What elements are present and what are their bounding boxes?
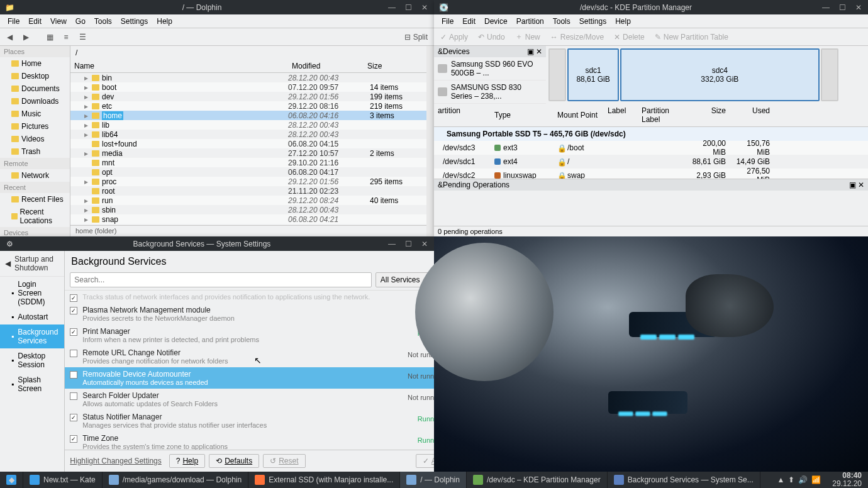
- view-icons-button[interactable]: ▦: [43, 30, 57, 44]
- partition-block-unalloc[interactable]: [821, 48, 838, 101]
- clock[interactable]: 08:40 29.12.20: [826, 472, 868, 488]
- menu-device[interactable]: Device: [481, 16, 511, 27]
- service-list[interactable]: ✓Tracks status of network interfaces and…: [65, 290, 434, 450]
- menu-edit[interactable]: Edit: [459, 16, 479, 27]
- system-tray[interactable]: ▲ ⬆ 🔊 📶: [772, 475, 826, 484]
- file-row[interactable]: ▸snap06.08.20 04:21: [70, 214, 426, 224]
- view-detail-button[interactable]: ☰: [75, 30, 89, 44]
- sidebar-item[interactable]: Pictures: [0, 120, 70, 133]
- taskbar-item[interactable]: External SSD (with Manjaro installe...: [248, 472, 400, 488]
- partition-block[interactable]: sdc4332,03 GiB: [620, 48, 819, 101]
- col-mountpoint[interactable]: Mount Point: [554, 104, 604, 126]
- checkbox[interactable]: [70, 350, 77, 357]
- minimize-icon[interactable]: —: [386, 238, 398, 250]
- service-item[interactable]: ✓Time ZoneProvides the system's time zon…: [65, 431, 434, 450]
- service-item[interactable]: Search Folder UpdaterAllows automatic up…: [65, 389, 434, 410]
- sidebar-item[interactable]: ▪Splash Screen: [0, 372, 64, 396]
- checkbox[interactable]: ✓: [70, 294, 77, 302]
- file-row[interactable]: ▸bin28.12.20 00:43: [70, 73, 426, 82]
- dolphin-titlebar[interactable]: 📁 / — Dolphin — ☐ ✕: [0, 0, 434, 14]
- maximize-icon[interactable]: ☐: [403, 238, 414, 250]
- menu-view[interactable]: View: [47, 16, 70, 27]
- kpm-titlebar[interactable]: 💽 /dev/sdc - KDE Partition Manager — ☐ ✕: [434, 0, 868, 14]
- resize-button[interactable]: ↔ Resize/Move: [547, 31, 608, 43]
- file-row[interactable]: lost+found06.08.20 04:15: [70, 139, 426, 148]
- col-partlabel[interactable]: Partition Label: [638, 104, 686, 126]
- file-row[interactable]: ▸sbin28.12.20 00:43: [70, 205, 426, 214]
- taskbar-item[interactable]: /dev/sdc – KDE Partition Manager: [467, 472, 608, 488]
- service-item[interactable]: ✓Status Notifier ManagerManages services…: [65, 410, 434, 431]
- partition-block[interactable]: sdc188,61 GiB: [567, 48, 619, 101]
- back-button[interactable]: ◀: [3, 30, 16, 44]
- menu-edit[interactable]: Edit: [25, 16, 45, 27]
- device-list[interactable]: Samsung SSD 960 EVO 500GB – ...SAMSUNG S…: [434, 57, 546, 104]
- menu-file[interactable]: File: [438, 16, 457, 27]
- sidebar-item[interactable]: ▪Login Screen (SDDM): [0, 277, 64, 309]
- sidebar-item[interactable]: ▪Background Services: [0, 324, 64, 348]
- back-icon[interactable]: ◀: [5, 259, 11, 268]
- maximize-icon[interactable]: ☐: [403, 2, 414, 13]
- file-row[interactable]: ▸media27.12.20 10:572 items: [70, 148, 426, 158]
- service-item[interactable]: ✓Plasma Network Management moduleProvide…: [65, 303, 434, 324]
- service-item[interactable]: Remote URL Change NotifierProvides chang…: [65, 346, 434, 367]
- menu-go[interactable]: Go: [72, 16, 89, 27]
- newtable-button[interactable]: ✎ New Partition Table: [651, 31, 732, 43]
- table-header[interactable]: artition Type Mount Point Label Partitio…: [434, 104, 868, 127]
- delete-button[interactable]: ✕ Delete: [610, 31, 648, 43]
- syset-breadcrumb[interactable]: ◀ Startup and Shutdown: [0, 251, 64, 277]
- menu-tools[interactable]: Tools: [549, 16, 574, 27]
- tray-icon[interactable]: ⬆: [788, 475, 794, 484]
- highlight-link[interactable]: Highlight Changed Settings: [70, 457, 161, 465]
- syset-titlebar[interactable]: ⚙ Background Services — System Settings …: [0, 236, 434, 251]
- file-row[interactable]: ▸dev29.12.20 01:56199 items: [70, 92, 426, 101]
- sidebar-item[interactable]: Recent Locations: [0, 206, 70, 227]
- col-size[interactable]: Size: [364, 60, 426, 72]
- forward-button[interactable]: ▶: [19, 30, 33, 44]
- file-row[interactable]: ▸lib28.12.20 00:43: [70, 120, 426, 130]
- checkbox[interactable]: ✓: [70, 307, 77, 314]
- partition-block-pre[interactable]: [548, 48, 566, 101]
- close-icon[interactable]: ✕: [419, 2, 430, 13]
- file-row[interactable]: ▸boot07.12.20 09:5714 items: [70, 82, 426, 92]
- service-item[interactable]: ✓Tracks status of network interfaces and…: [65, 291, 434, 303]
- tray-icon[interactable]: ▲: [777, 475, 784, 484]
- partition-row[interactable]: /dev/sdc2linuxswap🔒swap2,93 GiB276,50 Mi…: [434, 169, 868, 179]
- apply-button[interactable]: ✓ Apply: [437, 31, 472, 43]
- desktop-wallpaper[interactable]: [434, 236, 868, 472]
- file-row[interactable]: ▸home06.08.20 04:163 items: [70, 111, 426, 120]
- col-partition[interactable]: artition: [434, 104, 491, 126]
- partition-visual[interactable]: sdc188,61 GiBsdc4332,03 GiB: [546, 46, 868, 104]
- apply-button[interactable]: ✓ Apply: [416, 454, 434, 468]
- service-item[interactable]: Removable Device AutomounterAutomaticall…: [65, 367, 434, 389]
- file-row[interactable]: opt06.08.20 04:17: [70, 167, 426, 177]
- file-list[interactable]: ▸bin28.12.20 00:43▸boot07.12.20 09:5714 …: [70, 73, 426, 225]
- menu-help[interactable]: Help: [153, 16, 176, 27]
- sidebar-item[interactable]: Trash: [0, 145, 70, 158]
- close-icon[interactable]: ✕: [419, 238, 430, 250]
- sidebar-item[interactable]: Documents: [0, 82, 70, 95]
- file-row[interactable]: mnt29.10.20 21:16: [70, 158, 426, 167]
- menu-partition[interactable]: Partition: [513, 16, 548, 27]
- close-icon[interactable]: ✕: [853, 2, 864, 13]
- file-row[interactable]: root21.11.20 02:23: [70, 186, 426, 196]
- file-row[interactable]: ▸etc29.12.20 08:16219 items: [70, 101, 426, 111]
- col-type[interactable]: Type: [491, 104, 554, 126]
- file-header[interactable]: Name Modified Size: [70, 60, 426, 73]
- help-button[interactable]: ? Help: [169, 454, 205, 468]
- device-item[interactable]: Samsung SSD 960 EVO 500GB – ...: [434, 57, 546, 80]
- partition-row[interactable]: /dev/sdc3ext3🔒/boot200,00 MiB150,76 MiB: [434, 141, 868, 155]
- sidebar-item[interactable]: Home: [0, 57, 70, 70]
- sidebar-item[interactable]: ▪Autostart: [0, 309, 64, 324]
- file-row[interactable]: ▸run29.12.20 08:2440 items: [70, 196, 426, 205]
- defaults-button[interactable]: ⟲ Defaults: [209, 454, 259, 468]
- service-item[interactable]: ✓Print ManagerInform when a new printer …: [65, 324, 434, 346]
- breadcrumb[interactable]: /: [70, 46, 426, 60]
- col-used[interactable]: Used: [730, 104, 774, 126]
- file-row[interactable]: ▸lib6428.12.20 00:43: [70, 130, 426, 139]
- sidebar-item[interactable]: Downloads: [0, 95, 70, 108]
- taskbar-item[interactable]: Background Services — System Se...: [608, 472, 760, 488]
- col-size[interactable]: Size: [686, 104, 730, 126]
- sidebar-item[interactable]: ▪Desktop Session: [0, 348, 64, 372]
- checkbox[interactable]: ✓: [70, 414, 77, 421]
- sidebar-item[interactable]: Videos: [0, 133, 70, 145]
